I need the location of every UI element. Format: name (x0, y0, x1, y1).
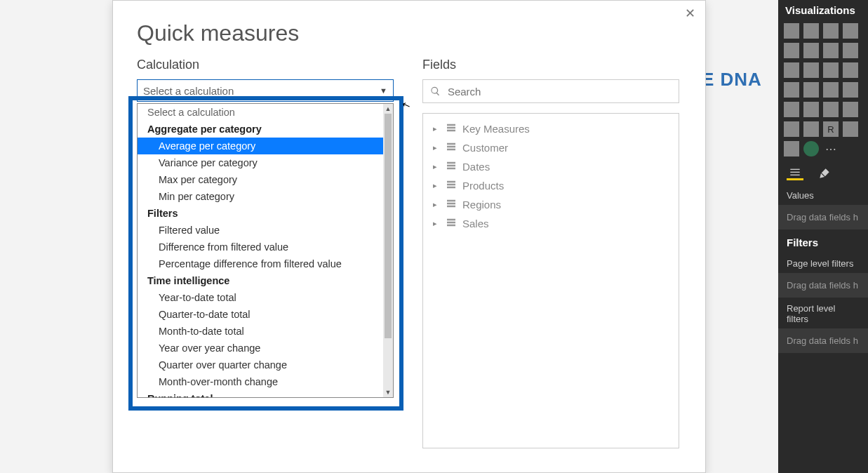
calculation-column: Calculation Select a calculation ▼ ↖ Sel… (137, 52, 396, 448)
viz-kpi-icon[interactable] (823, 102, 839, 117)
viz-stacked-area-icon[interactable] (823, 43, 839, 58)
chevron-right-icon: ▸ (433, 200, 440, 209)
viz-card-icon[interactable] (803, 102, 819, 117)
close-button[interactable]: ✕ (681, 5, 698, 22)
dropdown-group-header: Time intelligence (138, 272, 383, 289)
viz-py-icon[interactable] (843, 121, 858, 137)
viz-area-icon[interactable] (803, 43, 819, 58)
cursor-icon: ↖ (401, 98, 413, 111)
viz-slicer-icon[interactable] (843, 102, 858, 117)
chevron-right-icon: ▸ (433, 124, 440, 133)
svg-rect-2 (790, 174, 799, 175)
viz-arcgis-icon[interactable] (803, 141, 819, 156)
viz-ribbon-icon[interactable] (843, 43, 858, 58)
field-table-name: Regions (462, 199, 501, 211)
table-icon (446, 122, 457, 135)
dropdown-option[interactable]: Month-to-date total (138, 323, 383, 340)
viz-tabs (778, 162, 868, 185)
viz-clustered-bar-icon[interactable] (803, 23, 819, 39)
field-table-row[interactable]: ▸Sales (423, 214, 679, 233)
scroll-up-icon[interactable]: ▲ (383, 104, 393, 114)
dropdown-option[interactable]: Month-over-month change (138, 373, 383, 390)
field-table-name: Key Measures (462, 123, 530, 135)
table-icon (446, 160, 457, 173)
dropdown-option[interactable]: Average per category (138, 138, 383, 154)
scroll-down-icon[interactable]: ▼ (383, 387, 393, 397)
fields-tree: ▸Key Measures▸Customer▸Dates▸Products▸Re… (422, 113, 679, 448)
viz-r-icon[interactable]: R (823, 121, 839, 137)
fields-tab[interactable] (787, 166, 803, 180)
chevron-right-icon: ▸ (433, 181, 440, 190)
viz-pie-icon[interactable] (823, 62, 839, 78)
dropdown-option[interactable]: Variance per category (138, 154, 383, 171)
viz-map-icon[interactable] (803, 82, 819, 98)
calculation-select[interactable]: Select a calculation ▼ (137, 79, 394, 102)
dropdown-option[interactable]: Filtered value (138, 222, 383, 239)
format-tab[interactable] (816, 166, 833, 180)
dropdown-option[interactable]: Quarter-to-date total (138, 306, 383, 323)
chevron-right-icon: ▸ (433, 162, 440, 171)
values-label: Values (778, 185, 868, 205)
viz-stacked-column-icon[interactable] (823, 23, 839, 39)
dropdown-option[interactable]: Quarter over quarter change (138, 357, 383, 373)
dropdown-option[interactable]: Min per category (138, 188, 383, 205)
field-table-row[interactable]: ▸Regions (423, 195, 679, 214)
report-filters-well[interactable]: Drag data fields h (778, 328, 868, 353)
chevron-down-icon: ▼ (380, 86, 387, 95)
viz-donut-icon[interactable] (843, 62, 858, 78)
field-table-name: Customer (462, 142, 508, 154)
viz-waterfall-icon[interactable] (784, 62, 799, 78)
filters-header: Filters (778, 229, 868, 253)
dropdown-scrollbar[interactable]: ▲ ▼ (383, 104, 393, 397)
page-filters-label: Page level filters (778, 253, 868, 273)
fields-search-input[interactable] (446, 85, 672, 98)
visualization-type-grid: R ⋯ (778, 23, 868, 162)
viz-treemap-icon[interactable] (784, 82, 799, 98)
field-table-row[interactable]: ▸Customer (423, 138, 679, 157)
search-icon (430, 86, 441, 97)
scroll-thumb[interactable] (385, 114, 392, 338)
viz-table-icon[interactable] (784, 121, 799, 137)
table-icon (446, 179, 457, 192)
viz-stacked-bar-icon[interactable] (784, 23, 799, 39)
viz-key-influencers-icon[interactable] (784, 141, 799, 156)
fields-label: Fields (422, 58, 681, 72)
viz-funnel-icon[interactable] (843, 82, 858, 98)
values-well[interactable]: Drag data fields h (778, 205, 868, 229)
dropdown-option[interactable]: Max per category (138, 171, 383, 188)
svg-rect-0 (790, 168, 799, 169)
viz-scatter-icon[interactable] (803, 62, 819, 78)
dropdown-group-header: Running total (138, 390, 383, 397)
dropdown-option[interactable]: Year over year change (138, 340, 383, 357)
fields-column: Fields ▸Key Measures▸Customer▸Dates▸Prod… (422, 52, 681, 448)
visualizations-panel: Visualizations R ⋯ (778, 0, 868, 473)
report-filters-label: Report level filters (778, 298, 868, 328)
svg-rect-1 (790, 171, 799, 172)
quick-measures-dialog: ✕ Quick measures Calculation Select a ca… (112, 0, 706, 473)
viz-matrix-icon[interactable] (803, 121, 819, 137)
viz-line-icon[interactable] (784, 43, 799, 58)
calculation-dropdown: Select a calculationAggregate per catego… (137, 103, 394, 398)
dropdown-option[interactable]: Year-to-date total (138, 289, 383, 306)
dropdown-option[interactable]: Percentage difference from filtered valu… (138, 255, 383, 272)
visualizations-title: Visualizations (778, 0, 868, 23)
dropdown-option[interactable]: Difference from filtered value (138, 239, 383, 255)
viz-filled-map-icon[interactable] (823, 82, 839, 98)
field-table-row[interactable]: ▸Dates (423, 157, 679, 176)
field-table-name: Products (462, 180, 504, 192)
close-icon: ✕ (685, 6, 695, 21)
calculation-select-value: Select a calculation (143, 85, 234, 97)
field-table-row[interactable]: ▸Products (423, 176, 679, 195)
table-icon (446, 198, 457, 211)
brand-watermark: E DNA (702, 69, 762, 91)
viz-gauge-icon[interactable] (784, 102, 799, 117)
viz-clustered-column-icon[interactable] (843, 23, 858, 39)
dropdown-group-header: Filters (138, 205, 383, 222)
field-table-row[interactable]: ▸Key Measures (423, 119, 679, 138)
page-filters-well[interactable]: Drag data fields h (778, 273, 868, 298)
table-icon (446, 217, 457, 230)
dropdown-placeholder[interactable]: Select a calculation (138, 104, 383, 121)
fields-search[interactable] (422, 79, 679, 103)
viz-more-icon[interactable]: ⋯ (823, 141, 839, 156)
field-table-name: Dates (462, 161, 490, 173)
